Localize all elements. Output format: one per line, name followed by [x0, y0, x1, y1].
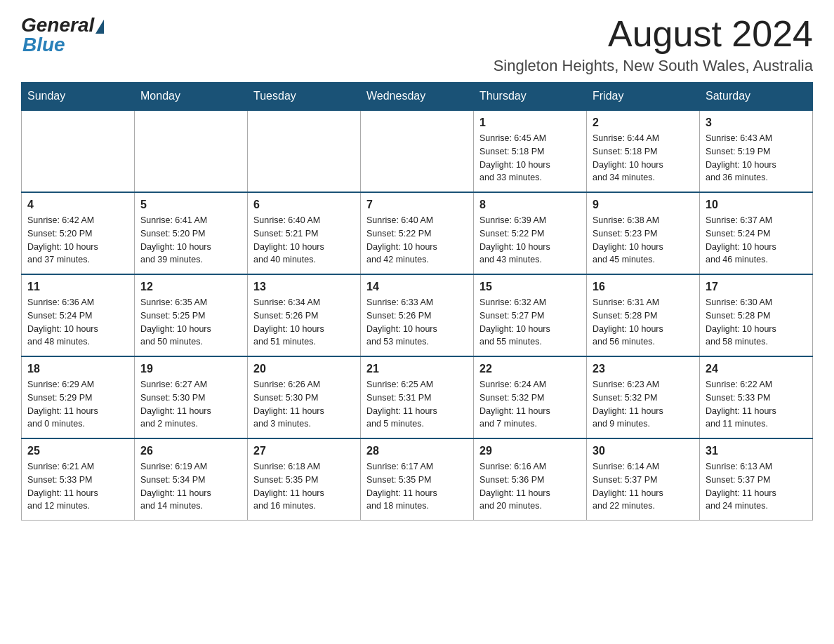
- calendar-cell: [248, 110, 361, 192]
- logo: General Blue: [21, 14, 104, 56]
- calendar-cell: 24Sunrise: 6:22 AM Sunset: 5:33 PM Dayli…: [700, 356, 813, 438]
- day-number: 20: [253, 363, 355, 375]
- day-info: Sunrise: 6:33 AM Sunset: 5:26 PM Dayligh…: [366, 296, 468, 349]
- day-info: Sunrise: 6:17 AM Sunset: 5:35 PM Dayligh…: [366, 460, 468, 513]
- calendar-cell: 5Sunrise: 6:41 AM Sunset: 5:20 PM Daylig…: [135, 192, 248, 274]
- day-number: 2: [593, 116, 694, 129]
- calendar-cell: 17Sunrise: 6:30 AM Sunset: 5:28 PM Dayli…: [700, 274, 813, 356]
- calendar-week-row: 1Sunrise: 6:45 AM Sunset: 5:18 PM Daylig…: [22, 110, 813, 192]
- column-header-friday: Friday: [587, 83, 700, 111]
- day-number: 12: [140, 281, 241, 293]
- calendar-table: SundayMondayTuesdayWednesdayThursdayFrid…: [21, 82, 813, 521]
- column-header-tuesday: Tuesday: [248, 83, 361, 111]
- day-number: 19: [140, 363, 241, 375]
- day-number: 27: [253, 445, 355, 457]
- calendar-cell: 27Sunrise: 6:18 AM Sunset: 5:35 PM Dayli…: [248, 438, 361, 521]
- calendar-cell: 3Sunrise: 6:43 AM Sunset: 5:19 PM Daylig…: [700, 110, 813, 192]
- calendar-cell: 21Sunrise: 6:25 AM Sunset: 5:31 PM Dayli…: [361, 356, 474, 438]
- calendar-cell: 22Sunrise: 6:24 AM Sunset: 5:32 PM Dayli…: [474, 356, 587, 438]
- day-number: 23: [593, 363, 694, 375]
- calendar-cell: 8Sunrise: 6:39 AM Sunset: 5:22 PM Daylig…: [474, 192, 587, 274]
- calendar-cell: 28Sunrise: 6:17 AM Sunset: 5:35 PM Dayli…: [361, 438, 474, 521]
- calendar-cell: 9Sunrise: 6:38 AM Sunset: 5:23 PM Daylig…: [587, 192, 700, 274]
- day-info: Sunrise: 6:30 AM Sunset: 5:28 PM Dayligh…: [706, 296, 807, 349]
- day-info: Sunrise: 6:25 AM Sunset: 5:31 PM Dayligh…: [366, 378, 468, 431]
- day-number: 7: [366, 199, 468, 211]
- day-number: 18: [27, 363, 128, 375]
- day-info: Sunrise: 6:14 AM Sunset: 5:37 PM Dayligh…: [593, 460, 694, 513]
- day-info: Sunrise: 6:43 AM Sunset: 5:19 PM Dayligh…: [706, 132, 807, 185]
- day-info: Sunrise: 6:13 AM Sunset: 5:37 PM Dayligh…: [706, 460, 807, 513]
- day-info: Sunrise: 6:27 AM Sunset: 5:30 PM Dayligh…: [140, 378, 241, 431]
- day-info: Sunrise: 6:34 AM Sunset: 5:26 PM Dayligh…: [253, 296, 355, 349]
- day-info: Sunrise: 6:38 AM Sunset: 5:23 PM Dayligh…: [593, 214, 694, 267]
- day-info: Sunrise: 6:26 AM Sunset: 5:30 PM Dayligh…: [253, 378, 355, 431]
- day-number: 1: [479, 116, 581, 129]
- day-info: Sunrise: 6:44 AM Sunset: 5:18 PM Dayligh…: [593, 132, 694, 185]
- day-number: 28: [366, 445, 468, 457]
- day-number: 9: [593, 199, 694, 211]
- day-number: 14: [366, 281, 468, 293]
- day-info: Sunrise: 6:35 AM Sunset: 5:25 PM Dayligh…: [140, 296, 241, 349]
- calendar-cell: 19Sunrise: 6:27 AM Sunset: 5:30 PM Dayli…: [135, 356, 248, 438]
- day-number: 13: [253, 281, 355, 293]
- calendar-cell: [22, 110, 135, 192]
- column-header-saturday: Saturday: [700, 83, 813, 111]
- day-info: Sunrise: 6:21 AM Sunset: 5:33 PM Dayligh…: [27, 460, 128, 513]
- day-number: 21: [366, 363, 468, 375]
- location-title: Singleton Heights, New South Wales, Aust…: [494, 57, 813, 75]
- calendar-cell: 4Sunrise: 6:42 AM Sunset: 5:20 PM Daylig…: [22, 192, 135, 274]
- day-info: Sunrise: 6:19 AM Sunset: 5:34 PM Dayligh…: [140, 460, 241, 513]
- day-info: Sunrise: 6:23 AM Sunset: 5:32 PM Dayligh…: [593, 378, 694, 431]
- calendar-cell: 2Sunrise: 6:44 AM Sunset: 5:18 PM Daylig…: [587, 110, 700, 192]
- day-info: Sunrise: 6:42 AM Sunset: 5:20 PM Dayligh…: [27, 214, 128, 267]
- day-number: 29: [479, 445, 581, 457]
- page-header: General Blue August 2024 Singleton Heigh…: [21, 14, 813, 75]
- day-info: Sunrise: 6:31 AM Sunset: 5:28 PM Dayligh…: [593, 296, 694, 349]
- calendar-cell: 1Sunrise: 6:45 AM Sunset: 5:18 PM Daylig…: [474, 110, 587, 192]
- day-info: Sunrise: 6:40 AM Sunset: 5:21 PM Dayligh…: [253, 214, 355, 267]
- day-info: Sunrise: 6:39 AM Sunset: 5:22 PM Dayligh…: [479, 214, 581, 267]
- calendar-cell: 11Sunrise: 6:36 AM Sunset: 5:24 PM Dayli…: [22, 274, 135, 356]
- day-info: Sunrise: 6:29 AM Sunset: 5:29 PM Dayligh…: [27, 378, 128, 431]
- day-info: Sunrise: 6:36 AM Sunset: 5:24 PM Dayligh…: [27, 296, 128, 349]
- calendar-cell: 18Sunrise: 6:29 AM Sunset: 5:29 PM Dayli…: [22, 356, 135, 438]
- day-number: 3: [706, 116, 807, 129]
- day-number: 26: [140, 445, 241, 457]
- calendar-cell: [361, 110, 474, 192]
- column-header-thursday: Thursday: [474, 83, 587, 111]
- day-info: Sunrise: 6:40 AM Sunset: 5:22 PM Dayligh…: [366, 214, 468, 267]
- calendar-cell: 15Sunrise: 6:32 AM Sunset: 5:27 PM Dayli…: [474, 274, 587, 356]
- day-info: Sunrise: 6:41 AM Sunset: 5:20 PM Dayligh…: [140, 214, 241, 267]
- calendar-week-row: 25Sunrise: 6:21 AM Sunset: 5:33 PM Dayli…: [22, 438, 813, 521]
- day-number: 10: [706, 199, 807, 211]
- calendar-cell: [135, 110, 248, 192]
- calendar-cell: 7Sunrise: 6:40 AM Sunset: 5:22 PM Daylig…: [361, 192, 474, 274]
- calendar-cell: 31Sunrise: 6:13 AM Sunset: 5:37 PM Dayli…: [700, 438, 813, 521]
- calendar-header-row: SundayMondayTuesdayWednesdayThursdayFrid…: [22, 83, 813, 111]
- calendar-cell: 25Sunrise: 6:21 AM Sunset: 5:33 PM Dayli…: [22, 438, 135, 521]
- calendar-cell: 10Sunrise: 6:37 AM Sunset: 5:24 PM Dayli…: [700, 192, 813, 274]
- day-number: 25: [27, 445, 128, 457]
- day-info: Sunrise: 6:24 AM Sunset: 5:32 PM Dayligh…: [479, 378, 581, 431]
- day-number: 22: [479, 363, 581, 375]
- day-info: Sunrise: 6:37 AM Sunset: 5:24 PM Dayligh…: [706, 214, 807, 267]
- column-header-wednesday: Wednesday: [361, 83, 474, 111]
- calendar-week-row: 4Sunrise: 6:42 AM Sunset: 5:20 PM Daylig…: [22, 192, 813, 274]
- day-number: 24: [706, 363, 807, 375]
- title-block: August 2024 Singleton Heights, New South…: [494, 14, 813, 75]
- day-info: Sunrise: 6:45 AM Sunset: 5:18 PM Dayligh…: [479, 132, 581, 185]
- day-info: Sunrise: 6:16 AM Sunset: 5:36 PM Dayligh…: [479, 460, 581, 513]
- day-number: 15: [479, 281, 581, 293]
- calendar-cell: 29Sunrise: 6:16 AM Sunset: 5:36 PM Dayli…: [474, 438, 587, 521]
- day-number: 31: [706, 445, 807, 457]
- calendar-cell: 20Sunrise: 6:26 AM Sunset: 5:30 PM Dayli…: [248, 356, 361, 438]
- day-number: 8: [479, 199, 581, 211]
- day-number: 16: [593, 281, 694, 293]
- day-number: 6: [253, 199, 355, 211]
- calendar-cell: 13Sunrise: 6:34 AM Sunset: 5:26 PM Dayli…: [248, 274, 361, 356]
- calendar-cell: 14Sunrise: 6:33 AM Sunset: 5:26 PM Dayli…: [361, 274, 474, 356]
- day-number: 30: [593, 445, 694, 457]
- calendar-week-row: 18Sunrise: 6:29 AM Sunset: 5:29 PM Dayli…: [22, 356, 813, 438]
- column-header-sunday: Sunday: [22, 83, 135, 111]
